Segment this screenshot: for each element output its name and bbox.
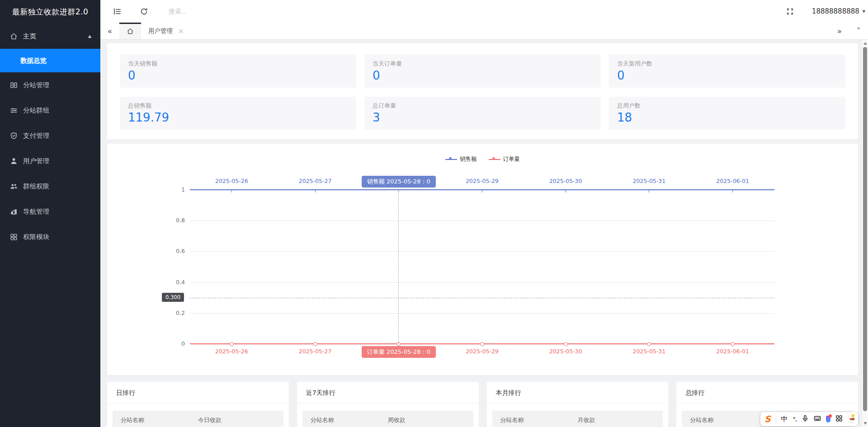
sidebar-item-navigation-manage[interactable]: 导航管理 — [0, 199, 100, 224]
orders-data-point[interactable] — [647, 342, 651, 346]
rank-card-daily: 日排行 分站名称 今日收款 — [107, 382, 289, 427]
home-icon — [10, 33, 18, 40]
chart-gridline — [190, 221, 774, 221]
sidebar-item-label: 分站管理 — [23, 81, 49, 89]
tabs-scroll-left-icon[interactable]: « — [100, 23, 119, 39]
toolbox-icon[interactable] — [835, 415, 843, 424]
legend-item-sales[interactable]: 销售额 — [445, 155, 477, 163]
y-axis-tick-label: 0.6 — [158, 248, 185, 254]
punctuation-icon[interactable]: °, — [793, 416, 797, 422]
legend-item-orders[interactable]: 订单量 — [489, 155, 520, 163]
orders-data-point[interactable] — [480, 342, 484, 346]
sidebar-item-label: 导航管理 — [23, 207, 49, 216]
tabs-menu-icon[interactable]: ˅ — [849, 23, 868, 39]
rank-title: 本月排行 — [487, 382, 669, 404]
stat-label: 总销售额 — [128, 102, 348, 110]
sidebar-item-user-manage[interactable]: 用户管理 — [0, 148, 100, 174]
legend-label: 订单量 — [503, 155, 520, 163]
main-content: 当天销售额 0 当天订单量 0 当天新用户数 0 总销售额 119.79 总订单… — [100, 40, 862, 427]
x-axis-label-top: 2025-05-30 — [549, 178, 582, 184]
y-axis-tick-label: 0.4 — [158, 279, 185, 286]
rank-col-site: 分站名称 — [302, 416, 388, 424]
rank-title: 日排行 — [107, 382, 289, 404]
crosshair-vertical-line — [398, 190, 399, 344]
collapse-sidebar-icon[interactable] — [113, 7, 122, 16]
x-axis-label-top: 2025-05-29 — [466, 178, 499, 184]
refresh-icon[interactable] — [140, 7, 148, 16]
rank-col-site: 分站名称 — [682, 416, 767, 424]
scrollbar-thumb[interactable] — [863, 47, 867, 411]
chart-legend: 销售额 订单量 — [107, 155, 858, 163]
scroll-down-arrow[interactable] — [863, 422, 867, 425]
fullscreen-icon[interactable] — [786, 8, 794, 15]
sidebar-item-data-overview[interactable]: 数据总览 — [0, 49, 100, 72]
input-method-toolbar: S 中 °, — [760, 412, 858, 426]
crosshair-y-value-badge: 0.300 — [162, 293, 184, 302]
scroll-up-arrow[interactable] — [863, 42, 867, 45]
x-axis-label-bottom: 2025-05-31 — [633, 348, 666, 355]
stat-label: 总订单量 — [373, 102, 593, 110]
stat-label: 当天订单量 — [373, 60, 593, 68]
site-groups-icon — [10, 107, 18, 114]
user-menu[interactable]: 18888888888 ▼ — [812, 7, 865, 15]
keyboard-icon[interactable] — [814, 415, 821, 424]
stat-label: 当天销售额 — [128, 60, 348, 68]
sidebar-item-label: 权限模块 — [23, 233, 49, 241]
sidebar-item-site-groups[interactable]: 分站群组 — [0, 98, 100, 123]
group-permission-icon — [10, 183, 18, 190]
x-axis-tick — [315, 190, 316, 192]
microphone-icon[interactable] — [802, 415, 809, 424]
x-axis-label-bottom: 2025-05-27 — [299, 348, 332, 355]
tab-bar: « 用户管理 × » ˅ — [100, 23, 868, 40]
orders-data-point[interactable] — [731, 342, 735, 346]
stat-total-users: 总用户数 18 — [609, 97, 845, 130]
chart-gridline — [190, 313, 774, 314]
close-icon[interactable]: × — [178, 27, 184, 35]
sidebar-item-group-permission[interactable]: 群组权限 — [0, 174, 100, 199]
chinese-mode-icon[interactable]: 中 — [781, 415, 788, 423]
x-axis-tick — [566, 190, 566, 192]
sidebar-item-subsite-manage[interactable]: 分站管理 — [0, 72, 100, 98]
x-axis-tick — [231, 190, 232, 192]
rank-title: 近7天排行 — [297, 382, 479, 404]
tab-home[interactable] — [119, 23, 141, 39]
rank-table-header: 分站名称 月收款 — [492, 411, 663, 427]
rank-col-site: 分站名称 — [492, 416, 578, 424]
stat-value: 18 — [617, 111, 837, 125]
rank-title: 总排行 — [676, 382, 858, 404]
chart-gridline — [190, 282, 774, 283]
permission-module-icon — [10, 233, 18, 241]
x-axis-label-top: 2025-06-01 — [716, 178, 749, 184]
orders-data-point[interactable] — [230, 342, 234, 346]
tab-user-manage[interactable]: 用户管理 × — [141, 23, 191, 39]
sidebar-item-permission-module[interactable]: 权限模块 — [0, 224, 100, 249]
orders-data-point[interactable] — [564, 342, 568, 346]
legend-marker-sales — [445, 157, 457, 162]
stat-value: 0 — [128, 69, 348, 83]
x-axis-tick — [482, 190, 482, 192]
rank-table-header: 分站名称 周收款 — [302, 411, 473, 427]
app-title: 最新独立收款进群2.0 — [0, 0, 100, 23]
stat-value: 0 — [617, 69, 837, 83]
rank-col-amount: 月收款 — [577, 416, 595, 424]
sogou-logo-icon[interactable]: S — [764, 415, 771, 423]
stat-total-sales: 总销售额 119.79 — [120, 97, 356, 130]
chart-plot[interactable]: 00.20.40.60.810.3002025-05-262025-05-262… — [190, 190, 774, 344]
sidebar-item-home[interactable]: 主页 ▲ — [0, 23, 100, 49]
sales-tooltip: 销售额 2025-05-28：0 — [362, 176, 436, 188]
tabs-scroll-right-icon[interactable]: » — [830, 23, 849, 39]
stats-panel: 当天销售额 0 当天订单量 0 当天新用户数 0 总销售额 119.79 总订单… — [107, 43, 858, 139]
sidebar-item-payment-manage[interactable]: 支付管理 — [0, 123, 100, 148]
orders-data-point[interactable] — [313, 342, 317, 346]
search-input[interactable] — [169, 8, 295, 15]
topbar: 18888888888 ▼ — [100, 0, 868, 23]
stat-label: 当天新用户数 — [617, 60, 837, 68]
skin-icon[interactable] — [826, 416, 830, 422]
legend-marker-orders — [489, 157, 500, 162]
active-tab-indicator — [119, 23, 141, 24]
chevron-down-icon: ▼ — [863, 9, 865, 14]
sidebar-item-label: 支付管理 — [23, 131, 49, 140]
emoji-icon[interactable] — [848, 415, 854, 423]
orders-tooltip: 订单量 2025-05-28：0 — [362, 346, 436, 358]
crosshair-horizontal-line — [190, 298, 774, 298]
